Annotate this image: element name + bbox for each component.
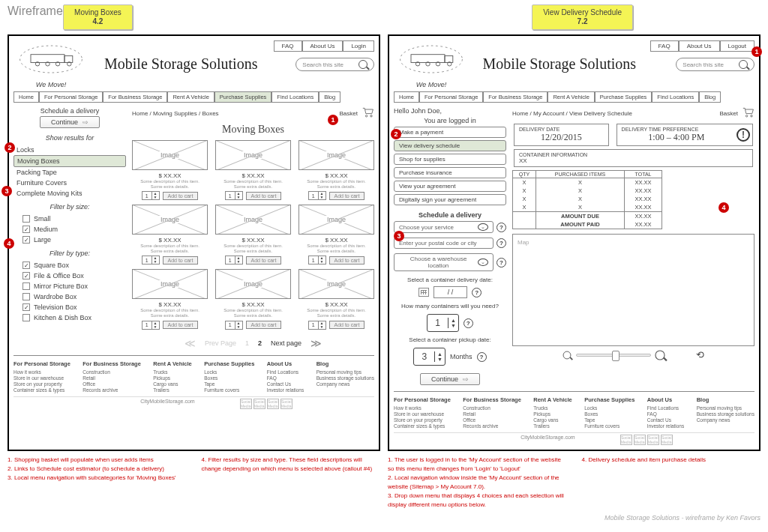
util-login[interactable]: Login xyxy=(343,40,374,52)
nav-item[interactable]: For Personal Storage xyxy=(419,91,483,103)
social-icon[interactable]: Social Media xyxy=(661,435,673,445)
add-to-cart-button[interactable]: Add to cart xyxy=(329,192,365,200)
help-icon[interactable]: ? xyxy=(496,258,506,267)
qty-stepper[interactable]: 1▲▼ xyxy=(308,191,326,200)
help-icon[interactable]: ? xyxy=(477,352,487,362)
qty-stepper[interactable]: 1▲▼ xyxy=(308,321,326,330)
search-icon[interactable] xyxy=(739,60,748,69)
social-icon[interactable]: Social Media xyxy=(267,399,279,409)
filter-option[interactable]: Wardrobe Box xyxy=(22,291,126,302)
nav-item[interactable]: For Business Storage xyxy=(483,91,548,103)
qty-stepper[interactable]: 1▲▼ xyxy=(142,256,160,265)
account-menu-item[interactable]: Digitally sign your agreement xyxy=(394,194,506,205)
nav-item[interactable]: Rent A Vehicle xyxy=(167,91,214,103)
social-icon[interactable]: Social Media xyxy=(634,435,646,445)
continue-button[interactable]: Continue⇨ xyxy=(420,373,480,385)
pickup-stepper[interactable]: 3▲▼ xyxy=(413,348,446,366)
postal-input[interactable]: Enter your postal code or city xyxy=(394,238,494,249)
cart-icon[interactable] xyxy=(362,107,374,119)
nav-item[interactable]: Rent A Vehicle xyxy=(548,91,594,103)
help-icon[interactable]: ? xyxy=(496,223,506,232)
qty-stepper[interactable]: 1▲▼ xyxy=(142,191,160,200)
add-to-cart-button[interactable]: Add to cart xyxy=(246,192,282,200)
help-icon[interactable]: ? xyxy=(472,288,482,297)
add-to-cart-button[interactable]: Add to cart xyxy=(163,321,199,329)
nav-item[interactable]: Find Locations xyxy=(272,91,319,103)
nav-item[interactable]: Purchase Supplies xyxy=(595,91,652,103)
help-icon[interactable]: ? xyxy=(496,238,506,248)
filter-option[interactable]: ✓Television Box xyxy=(22,302,126,312)
filter-option[interactable]: Mirror Picture Box xyxy=(22,281,126,291)
service-select[interactable]: Choose your service⌄ xyxy=(394,221,494,233)
calendar-icon[interactable] xyxy=(418,288,429,297)
nav-item[interactable]: Blog xyxy=(319,91,340,103)
next-page[interactable]: Next page xyxy=(271,339,302,347)
filter-option[interactable]: ✓Medium xyxy=(22,224,126,235)
category-item[interactable]: Furniture Covers xyxy=(14,178,126,188)
prev-chev-icon[interactable]: ≪ xyxy=(184,337,196,349)
cart-icon[interactable] xyxy=(742,107,754,119)
container-count-stepper[interactable]: 1▲▼ xyxy=(427,314,459,332)
qty-stepper[interactable]: 1▲▼ xyxy=(225,191,243,200)
next-chev-icon[interactable]: ≫ xyxy=(310,337,322,349)
social-icon[interactable]: Social Media xyxy=(254,399,266,409)
util-about us[interactable]: About Us xyxy=(302,40,344,52)
category-item[interactable]: Complete Moving Kits xyxy=(14,188,126,199)
warehouse-select[interactable]: Choose a warehouse location⌄ xyxy=(394,253,494,271)
nav-item[interactable]: Blog xyxy=(699,91,721,103)
add-to-cart-button[interactable]: Add to cart xyxy=(163,192,199,200)
map-placeholder[interactable]: Map xyxy=(512,234,754,346)
nav-item[interactable]: For Personal Storage xyxy=(39,91,103,103)
nav-item[interactable]: Purchase Supplies xyxy=(214,91,272,103)
search-icon[interactable] xyxy=(358,60,368,69)
nav-item[interactable]: Home xyxy=(14,91,39,103)
date-input[interactable]: / / xyxy=(434,286,468,298)
util-faq[interactable]: FAQ xyxy=(274,40,302,52)
nav-item[interactable]: Find Locations xyxy=(652,91,699,103)
nav-item[interactable]: For Business Storage xyxy=(103,91,167,103)
filter-option[interactable]: Kitchen & Dish Box xyxy=(22,312,126,323)
qty-stepper[interactable]: 1▲▼ xyxy=(225,256,243,265)
breadcrumb[interactable]: Home / My Account / View Delivery Schedu… xyxy=(512,110,632,117)
prev-page[interactable]: Prev Page xyxy=(205,339,236,347)
filter-option[interactable]: Small xyxy=(22,214,126,224)
util-faq[interactable]: FAQ xyxy=(650,40,679,52)
social-icon[interactable]: Social Media xyxy=(620,435,632,445)
qty-stepper[interactable]: 1▲▼ xyxy=(308,256,326,265)
search-box[interactable]: Search this site xyxy=(676,58,754,71)
add-to-cart-button[interactable]: Add to cart xyxy=(163,256,199,265)
account-menu-item[interactable]: Purchase insurance xyxy=(394,167,506,178)
add-to-cart-button[interactable]: Add to cart xyxy=(329,256,365,265)
refresh-icon[interactable]: ⟲ xyxy=(696,349,704,360)
add-to-cart-button[interactable]: Add to cart xyxy=(329,321,365,329)
filter-option[interactable]: ✓Square Box xyxy=(22,260,126,270)
social-icon[interactable]: Social Media xyxy=(280,399,292,409)
account-menu-item[interactable]: Make a payment xyxy=(394,127,506,138)
zoom-slider[interactable] xyxy=(576,354,651,357)
zoom-out-icon[interactable] xyxy=(563,351,572,359)
add-to-cart-button[interactable]: Add to cart xyxy=(246,256,282,265)
account-menu-item[interactable]: View delivery schedule xyxy=(394,140,506,151)
qty-stepper[interactable]: 1▲▼ xyxy=(142,321,160,330)
add-to-cart-button[interactable]: Add to cart xyxy=(246,321,282,329)
account-menu-item[interactable]: Shop for supplies xyxy=(394,154,506,165)
basket-label[interactable]: Basket xyxy=(340,110,358,117)
filter-option[interactable]: ✓Large xyxy=(22,235,126,245)
help-icon[interactable]: ? xyxy=(464,318,473,328)
nav-item[interactable]: Home xyxy=(394,91,419,103)
util-logout[interactable]: Logout xyxy=(720,40,754,52)
category-item[interactable]: Moving Boxes xyxy=(14,155,126,167)
continue-button[interactable]: Continue⇨ xyxy=(40,116,100,128)
breadcrumb[interactable]: Home / Moving Supplies / Boxes xyxy=(132,110,219,117)
category-item[interactable]: Packing Tape xyxy=(14,167,126,178)
account-menu-item[interactable]: View your agreement xyxy=(394,181,506,192)
filter-option[interactable]: ✓File & Office Box xyxy=(22,270,126,281)
qty-stepper[interactable]: 1▲▼ xyxy=(225,321,243,330)
util-about us[interactable]: About Us xyxy=(679,40,720,52)
category-item[interactable]: Locks xyxy=(14,145,126,155)
search-box[interactable]: Search this site xyxy=(296,58,374,71)
social-icon[interactable]: Social Media xyxy=(647,435,659,445)
basket-label[interactable]: Basket xyxy=(720,110,738,117)
zoom-in-icon[interactable] xyxy=(655,350,664,360)
social-icon[interactable]: Social Media xyxy=(240,399,252,409)
